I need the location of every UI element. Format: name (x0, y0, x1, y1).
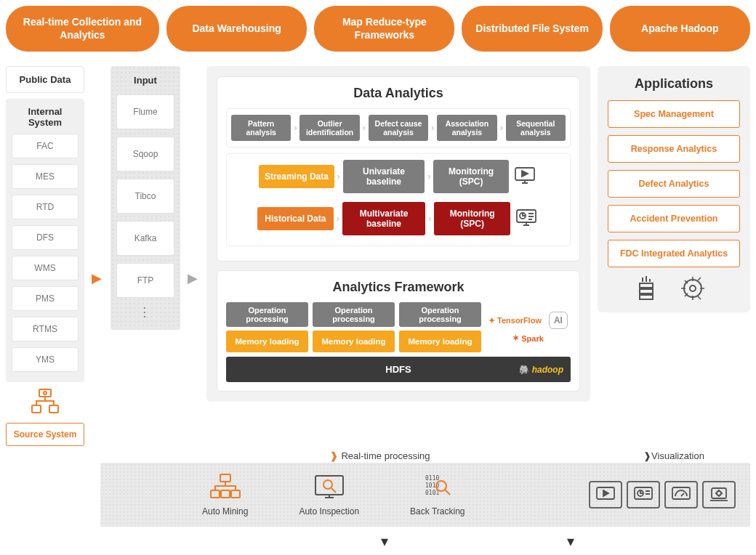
internal-item: WMS (12, 256, 79, 280)
internal-item: YMS (12, 347, 79, 372)
internal-item: RTMS (12, 317, 79, 341)
app-item[interactable]: Spec Management (608, 100, 740, 128)
chip-defect: Defect cause analysis (369, 115, 428, 141)
chip-univariate: Univariate baseline (343, 160, 425, 193)
data-flow-box: Streaming Data› Univariate baseline› Mon… (226, 153, 571, 246)
arrow-down-icon: ▾ (381, 532, 500, 550)
proc-auto-mining: Auto Mining (202, 473, 248, 516)
chip-monitoring: Monitoring (SPC) (433, 160, 508, 193)
app-item[interactable]: Accident Prevention (608, 205, 740, 232)
chip-outlier: Outlier identification (299, 115, 359, 141)
framework-brands: ✦ TensorFlow AI ✶ Spark (486, 312, 571, 343)
proc-label: Auto Inspection (299, 506, 359, 516)
svg-rect-15 (231, 490, 240, 498)
svg-point-11 (690, 285, 696, 291)
chip-streaming: Streaming Data (259, 165, 334, 188)
internal-item: RTD (12, 195, 79, 219)
mem-chip: Memory loading (226, 331, 308, 352)
internal-item: MES (12, 164, 79, 189)
chevron-right-icon: › (294, 123, 297, 133)
mid-label-left: ❱Real-time processing (177, 450, 583, 461)
chip-pattern: Pattern analysis (231, 115, 291, 141)
chevron-right-icon: › (431, 123, 434, 133)
source-system-button[interactable]: Source System (6, 423, 84, 446)
input-item: Sqoop (116, 137, 174, 171)
svg-rect-12 (220, 474, 230, 482)
chip-multivariate: Multivariate baseline (342, 202, 425, 235)
svg-point-3 (44, 392, 47, 394)
svg-rect-9 (640, 295, 653, 299)
internal-system-title: Internal System (12, 106, 79, 128)
op-chip: Operation processing (399, 302, 481, 327)
chevron-right-icon: › (363, 123, 366, 133)
mem-chip: Memory loading (399, 331, 481, 352)
op-chip: Operation processing (226, 302, 308, 327)
bottom-analytics: ▾ Analytics Big data Analytics Using Big… (544, 531, 750, 555)
chip-icon (28, 388, 63, 417)
framework-grid: Operation processingMemory loading Opera… (226, 302, 571, 352)
op-chip: Operation processing (313, 302, 395, 327)
gauge-monitor-icon (664, 481, 698, 509)
app-item[interactable]: Response Analytics (608, 135, 740, 163)
framework-title: Analytics Framework (226, 280, 571, 295)
main-row: Public Data Internal System FAC MES RTD … (6, 66, 750, 446)
mid-label-right: ❱Visualization (598, 450, 750, 461)
hdfs-label: HDFS (385, 364, 411, 375)
app-item[interactable]: FDC Integrated Analytics (608, 240, 740, 267)
pill-hadoop: Apache Hadoop (610, 6, 750, 52)
internal-item: PMS (12, 286, 79, 311)
svg-point-27 (717, 491, 721, 495)
svg-text:0110: 0110 (425, 475, 439, 482)
mem-chip: Memory loading (313, 331, 395, 352)
chevron-right-icon: › (428, 214, 431, 224)
chip-monitoring: Monitoring (SPC) (434, 202, 510, 235)
chevron-down-icon: ❱ (330, 450, 338, 461)
chevron-right-icon: › (337, 214, 339, 224)
svg-rect-1 (32, 405, 41, 413)
data-analytics-title: Data Analytics (226, 86, 571, 101)
svg-text:0101: 0101 (425, 490, 439, 496)
proc-label: Back Tracking (410, 506, 465, 516)
tensorflow-brand: ✦ TensorFlow (488, 316, 542, 325)
svg-rect-0 (39, 389, 51, 397)
svg-rect-2 (49, 405, 58, 413)
pill-realtime: Real-time Collection and Analytics (6, 6, 159, 52)
monitor-chart-icon (513, 208, 539, 230)
processing-strip: Auto Mining Auto Inspection 011010100101… (100, 463, 750, 527)
public-data-column: Public Data Internal System FAC MES RTD … (6, 66, 84, 446)
svg-rect-8 (640, 289, 653, 293)
data-analytics-panel: Data Analytics Pattern analysis› Outlier… (217, 76, 580, 262)
spark-brand: ✶ Spark (512, 333, 544, 343)
chevron-down-icon: ❱ (643, 450, 651, 461)
input-item: Kafka (116, 221, 174, 256)
chip-association: Association analysis (437, 115, 496, 141)
svg-rect-14 (221, 490, 230, 498)
arrow-icon: ▶ (188, 270, 199, 286)
chip-sequential: Sequential analysis (506, 115, 566, 141)
input-title: Input (116, 75, 174, 86)
bottom-processing: ▾ Processing Auto processing Using Big d… (294, 531, 500, 555)
pill-mapreduce: Map Reduce-type Frameworks (314, 6, 454, 52)
pill-dw: Data Warehousing (166, 6, 307, 52)
internal-item: FAC (12, 134, 79, 158)
input-item: Flume (116, 94, 174, 129)
public-data-title: Public Data (6, 66, 84, 93)
pill-dfs: Distributed File System (462, 6, 602, 52)
monitor-play-icon (512, 166, 538, 187)
play-monitor-icon (589, 481, 622, 509)
apps-icon (608, 275, 740, 302)
svg-rect-25 (672, 487, 690, 499)
app-item[interactable]: Defect Analytics (608, 170, 740, 198)
streaming-row: Streaming Data› Univariate baseline› Mon… (259, 160, 537, 193)
gear-laptop-icon (702, 481, 736, 509)
chevron-right-icon: › (500, 123, 503, 133)
applications-title: Applications (608, 76, 740, 92)
internal-item: DFS (12, 225, 79, 250)
chip-historical: Historical Data (257, 207, 334, 230)
bottom-row: ▾ Processing Auto processing Using Big d… (6, 531, 750, 555)
more-dots-icon: ⋯ (137, 284, 153, 342)
analysis-chip-row: Pattern analysis› Outlier identification… (226, 108, 571, 147)
chevron-right-icon: › (337, 171, 340, 182)
hdfs-bar: HDFS 🐘 hadoop (226, 357, 571, 382)
svg-rect-7 (640, 283, 653, 288)
